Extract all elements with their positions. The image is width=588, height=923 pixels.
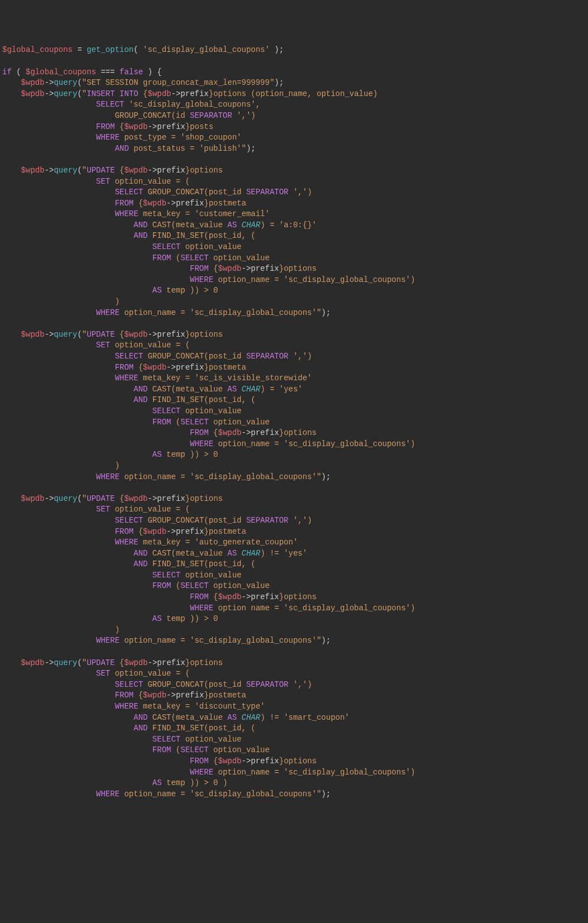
code-line[interactable]: SELECT option_value xyxy=(2,406,586,417)
code-line[interactable]: FROM (SELECT option_value xyxy=(2,253,586,264)
code-line[interactable]: WHERE option_name = 'sc_display_global_c… xyxy=(2,308,586,319)
code-line[interactable]: FROM {$wpdb->prefix}postmeta xyxy=(2,198,586,209)
code-line[interactable]: FROM (SELECT option_value xyxy=(2,417,586,428)
code-token: -> xyxy=(45,330,54,339)
code-token: CAST(meta_value xyxy=(147,221,227,229)
code-line[interactable]: $wpdb->query("UPDATE {$wpdb->prefix}opti… xyxy=(2,329,586,341)
code-line[interactable]: WHERE meta_key = 'customer_email' xyxy=(2,209,586,220)
code-token: $wpdb xyxy=(143,527,166,536)
code-line[interactable]: AS temp )) > 0 xyxy=(2,614,586,625)
code-line[interactable]: GROUP_CONCAT(id SEPARATOR ',') xyxy=(2,111,586,122)
code-line[interactable]: $wpdb->query("SET SESSION group_concat_m… xyxy=(2,78,586,89)
code-line[interactable]: ) xyxy=(2,461,586,472)
code-line[interactable]: FROM {$wpdb->prefix}options xyxy=(2,756,586,767)
code-line[interactable]: SET option_value = ( xyxy=(2,504,586,515)
code-line[interactable] xyxy=(2,154,586,165)
code-line[interactable]: AS temp )) > 0 xyxy=(2,449,586,461)
code-line[interactable]: SELECT option_value xyxy=(2,734,586,745)
code-line[interactable]: WHERE meta_key = 'discount_type' xyxy=(2,701,586,712)
code-token: SELECT xyxy=(96,100,124,109)
code-line[interactable]: SELECT option_value xyxy=(2,242,586,253)
code-line[interactable]: FROM {$wpdb->prefix}postmeta xyxy=(2,690,586,701)
code-line[interactable]: AND FIND_IN_SET(post_id, ( xyxy=(2,559,586,570)
code-token: $wpdb xyxy=(143,199,166,208)
code-token: ( xyxy=(77,78,82,87)
code-line[interactable]: AND FIND_IN_SET(post_id, ( xyxy=(2,231,586,242)
code-line[interactable]: SET option_value = ( xyxy=(2,340,586,351)
code-line[interactable]: ) xyxy=(2,625,586,636)
code-token xyxy=(2,549,133,558)
code-token xyxy=(237,713,241,722)
code-line[interactable]: SELECT 'sc_display_global_coupons', xyxy=(2,99,586,111)
code-token: CAST(meta_value xyxy=(147,385,227,394)
code-token: SEPARATOR xyxy=(246,680,289,689)
code-line[interactable]: $global_coupons = get_option( 'sc_displa… xyxy=(2,45,586,56)
code-editor[interactable]: $global_coupons = get_option( 'sc_displa… xyxy=(0,44,588,801)
code-token: FIND_IN_SET(post_id, ( xyxy=(147,231,255,240)
code-token xyxy=(2,669,96,678)
code-token xyxy=(2,538,115,547)
code-token xyxy=(2,505,96,514)
code-line[interactable]: AND CAST(meta_value AS CHAR) = 'yes' xyxy=(2,384,586,395)
code-line[interactable]: $wpdb->query("UPDATE {$wpdb->prefix}opti… xyxy=(2,658,586,669)
code-line[interactable]: $wpdb->query("UPDATE {$wpdb->prefix}opti… xyxy=(2,165,586,176)
code-line[interactable]: if ( $global_coupons === false ) { xyxy=(2,67,586,78)
code-line[interactable]: AS temp )) > 0 ) xyxy=(2,778,586,789)
code-line[interactable]: SET option_value = ( xyxy=(2,176,586,188)
code-line[interactable]: WHERE option_name = 'sc_display_global_c… xyxy=(2,472,586,483)
code-line[interactable] xyxy=(2,647,586,658)
code-token: prefix xyxy=(251,592,279,601)
code-line[interactable]: FROM {$wpdb->prefix}posts xyxy=(2,122,586,133)
code-line[interactable]: WHERE option_name = 'sc_display_global_c… xyxy=(2,439,586,450)
code-line[interactable]: WHERE option_name = 'sc_display_global_c… xyxy=(2,635,586,647)
code-line[interactable]: WHERE meta_key = 'sc_is_visible_storewid… xyxy=(2,373,586,384)
code-line[interactable]: WHERE option_name = 'sc_display_global_c… xyxy=(2,767,586,778)
code-line[interactable]: FROM (SELECT option_value xyxy=(2,581,586,592)
code-line[interactable]: WHERE post_type = 'shop_coupon' xyxy=(2,132,586,144)
code-token: $global_coupons xyxy=(26,68,96,76)
code-line[interactable] xyxy=(2,482,586,494)
code-line[interactable]: FROM {$wpdb->prefix}options xyxy=(2,264,586,275)
code-line[interactable]: AND FIND_IN_SET(post_id, ( xyxy=(2,395,586,406)
code-token: $wpdb xyxy=(21,166,45,175)
code-line[interactable]: SET option_value = ( xyxy=(2,668,586,680)
code-token xyxy=(2,636,96,645)
code-line[interactable]: SELECT GROUP_CONCAT(post_id SEPARATOR ',… xyxy=(2,351,586,362)
code-line[interactable]: ) xyxy=(2,296,586,308)
code-line[interactable]: WHERE option_name = 'sc_display_global_c… xyxy=(2,789,586,800)
code-line[interactable]: AND CAST(meta_value AS CHAR) = 'a:0:{}' xyxy=(2,220,586,231)
code-line[interactable]: $wpdb->query("INSERT INTO {$wpdb->prefix… xyxy=(2,89,586,100)
code-line[interactable]: WHERE meta_key = 'auto_generate_coupon' xyxy=(2,537,586,548)
code-line[interactable] xyxy=(2,56,586,67)
code-line[interactable]: FROM {$wpdb->prefix}postmeta xyxy=(2,527,586,538)
code-token: option_name = 'sc_display_global_coupons… xyxy=(213,439,415,448)
code-line[interactable]: FROM {$wpdb->prefix}options xyxy=(2,428,586,439)
code-line[interactable]: AND CAST(meta_value AS CHAR) != 'smart_c… xyxy=(2,712,586,724)
code-line[interactable]: WHERE option name = 'sc_display_global_c… xyxy=(2,603,586,614)
code-line[interactable]: SELECT GROUP_CONCAT(post_id SEPARATOR ',… xyxy=(2,680,586,691)
code-line[interactable]: $wpdb->query("UPDATE {$wpdb->prefix}opti… xyxy=(2,494,586,505)
code-line[interactable]: AND CAST(meta_value AS CHAR) != 'yes' xyxy=(2,548,586,559)
code-token: AS xyxy=(227,713,237,722)
code-token xyxy=(2,516,115,525)
code-line[interactable]: AND FIND_IN_SET(post_id, ( xyxy=(2,723,586,734)
code-token xyxy=(2,439,190,448)
code-line[interactable]: FROM (SELECT option_value xyxy=(2,745,586,756)
code-token: option_name = 'sc_display_global_coupons… xyxy=(119,472,321,481)
code-line[interactable] xyxy=(2,318,586,329)
code-line[interactable]: AS temp )) > 0 xyxy=(2,285,586,296)
code-token: $wpdb xyxy=(143,691,166,700)
code-token: option_name = 'sc_display_global_coupons… xyxy=(213,275,415,284)
code-line[interactable]: SELECT option_value xyxy=(2,570,586,581)
code-line[interactable]: SELECT GROUP_CONCAT(post_id SEPARATOR ',… xyxy=(2,515,586,527)
code-token: option_name = 'sc_display_global_coupons… xyxy=(119,636,321,645)
code-token: prefix xyxy=(157,658,185,667)
code-line[interactable]: WHERE option_name = 'sc_display_global_c… xyxy=(2,275,586,286)
code-line[interactable]: AND post_status = 'publish'"); xyxy=(2,144,586,155)
code-token: AS xyxy=(152,450,162,459)
code-line[interactable]: FROM {$wpdb->prefix}postmeta xyxy=(2,362,586,374)
code-token: $wpdb xyxy=(218,592,241,601)
code-line[interactable]: SELECT GROUP_CONCAT(post_id SEPARATOR ',… xyxy=(2,187,586,198)
code-token: ) xyxy=(218,778,227,787)
code-line[interactable]: FROM {$wpdb->prefix}options xyxy=(2,592,586,603)
